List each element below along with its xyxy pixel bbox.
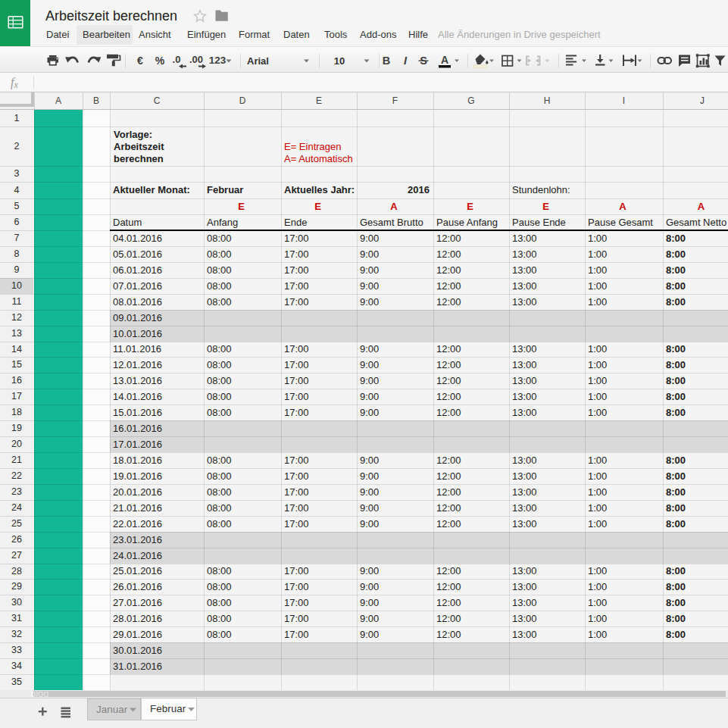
svg-text:%: % [155,55,165,67]
svg-text:€: € [137,55,143,67]
svg-text:123: 123 [209,55,227,66]
svg-text:.0: .0 [173,54,181,65]
svg-text:B: B [383,55,390,67]
svg-text:10: 10 [334,55,345,67]
svg-text:I: I [404,55,408,67]
svg-text:Arial: Arial [247,55,269,67]
svg-text:.00: .00 [189,54,203,65]
svg-text:A: A [441,54,448,66]
